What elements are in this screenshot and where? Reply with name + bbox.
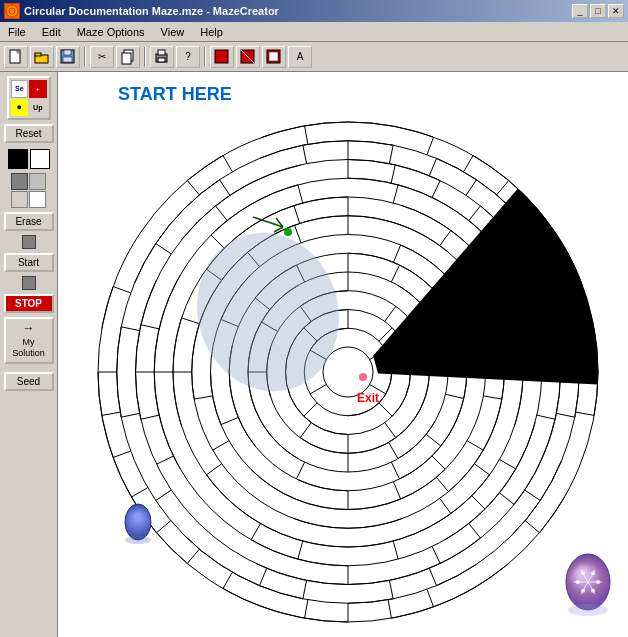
- toolbar-separator-2: [144, 47, 146, 67]
- cut-button[interactable]: ✂: [90, 46, 114, 68]
- setup-button[interactable]: Se + ● Up: [7, 76, 51, 120]
- print-button[interactable]: [150, 46, 174, 68]
- solution-button[interactable]: → My Solution: [4, 317, 54, 364]
- color-swatches: [8, 149, 50, 169]
- setup-cell-circle: ●: [11, 99, 29, 117]
- svg-rect-10: [122, 53, 131, 64]
- app-icon: [4, 3, 20, 19]
- sidebar: Se + ● Up Reset Erase Start STOP →: [0, 72, 58, 637]
- svg-rect-14: [215, 50, 228, 63]
- bg-swatch: [11, 191, 28, 208]
- toolbar-separator-1: [84, 47, 86, 67]
- open-button[interactable]: [30, 46, 54, 68]
- window-controls[interactable]: _ □ ✕: [572, 4, 624, 18]
- save-button[interactable]: [56, 46, 80, 68]
- new-button[interactable]: [4, 46, 28, 68]
- title-bar: Circular Documentation Maze.mze - MazeCr…: [0, 0, 628, 22]
- lightgray-swatch: [29, 173, 46, 190]
- reset-button[interactable]: Reset: [4, 124, 54, 143]
- setup-cell-se: Se: [11, 80, 29, 98]
- setup-cell-up: Up: [29, 99, 47, 117]
- solution-label: My Solution: [8, 337, 50, 360]
- svg-rect-13: [158, 58, 165, 62]
- toolbar-separator-3: [204, 47, 206, 67]
- menu-view[interactable]: View: [157, 24, 189, 40]
- setup-cell-plus: +: [29, 80, 47, 98]
- start-button[interactable]: Start: [4, 253, 54, 272]
- svg-rect-12: [158, 50, 165, 55]
- white-swatch: [30, 149, 50, 169]
- erase-button[interactable]: Erase: [4, 212, 54, 231]
- menu-help[interactable]: Help: [196, 24, 227, 40]
- menu-edit[interactable]: Edit: [38, 24, 65, 40]
- black-swatch: [8, 149, 28, 169]
- stop-button[interactable]: STOP: [4, 294, 54, 313]
- white2-swatch: [29, 191, 46, 208]
- copy-button[interactable]: [116, 46, 140, 68]
- minimize-button[interactable]: _: [572, 4, 588, 18]
- menu-bar: File Edit Maze Options View Help: [0, 22, 628, 42]
- gray-swatch: [11, 173, 28, 190]
- svg-point-0: [6, 5, 18, 17]
- menu-maze-options[interactable]: Maze Options: [73, 24, 149, 40]
- color-grid: [11, 173, 47, 208]
- erase-indicator: [22, 235, 36, 249]
- image2-button[interactable]: [236, 46, 260, 68]
- canvas-area: START HERE: [58, 72, 628, 637]
- help-button[interactable]: ?: [176, 46, 200, 68]
- window-title: Circular Documentation Maze.mze - MazeCr…: [24, 5, 279, 17]
- svg-rect-18: [269, 52, 278, 61]
- title-bar-left: Circular Documentation Maze.mze - MazeCr…: [4, 3, 279, 19]
- start-here-label: START HERE: [118, 84, 232, 105]
- menu-file[interactable]: File: [4, 24, 30, 40]
- text-button[interactable]: A: [288, 46, 312, 68]
- main-area: Se + ● Up Reset Erase Start STOP →: [0, 72, 628, 637]
- close-button[interactable]: ✕: [608, 4, 624, 18]
- seed-button[interactable]: Seed: [4, 372, 54, 391]
- svg-rect-8: [63, 57, 72, 62]
- svg-rect-7: [64, 50, 71, 55]
- image3-button[interactable]: [262, 46, 286, 68]
- svg-rect-5: [35, 53, 41, 56]
- image1-button[interactable]: [210, 46, 234, 68]
- toolbar: ✂ ? A: [0, 42, 628, 72]
- start-indicator: [22, 276, 36, 290]
- maximize-button[interactable]: □: [590, 4, 606, 18]
